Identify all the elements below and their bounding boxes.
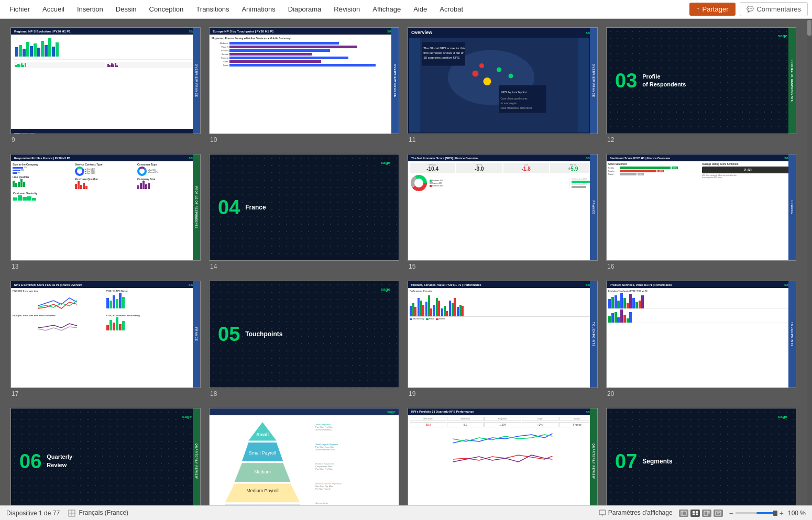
zoom-minus[interactable]: − bbox=[729, 509, 733, 517]
reading-view-icon[interactable] bbox=[714, 510, 723, 517]
slide13-title: Respondent Profiles France | FY20 H1 P1 bbox=[14, 157, 71, 160]
slide-item-23[interactable]: KPI's Portfolio 1 | Quarterly NPS Perfor… bbox=[408, 408, 598, 505]
svg-rect-37 bbox=[693, 511, 695, 513]
slide-item-11[interactable]: Overview sage bbox=[408, 27, 598, 143]
statusbar-right: Paramètres d'affichage − bbox=[599, 509, 806, 517]
slide-thumb-15[interactable]: The Net Promoter Score (NPS) | France Ov… bbox=[408, 154, 598, 261]
slide-thumb-18[interactable]: 05 Touchpoints sage bbox=[209, 281, 399, 388]
language-icon bbox=[68, 510, 75, 517]
slide-thumb-19[interactable]: Product, Services, Value FY20 H1 P1 | Pe… bbox=[408, 281, 598, 388]
slide-item-10[interactable]: Europe NP S by Touchpoint | FY20 H1 P1 s… bbox=[209, 27, 399, 143]
slide-thumb-21[interactable]: 06 QuarterlyReview sage QUARTERLY REVIEW bbox=[10, 408, 201, 505]
menu-aide[interactable]: Aide bbox=[408, 3, 432, 15]
slide-thumb-10[interactable]: Europe NP S by Touchpoint | FY20 H1 P1 s… bbox=[209, 27, 399, 134]
slide24-number: 07 bbox=[615, 451, 637, 471]
slides-panel[interactable]: Regional NP S Evolution | FY20 H1 P1 sag… bbox=[0, 19, 807, 505]
slide-item-15[interactable]: The Net Promoter Score (NPS) | France Ov… bbox=[408, 154, 598, 270]
slide-item-13[interactable]: Respondent Profiles France | FY20 H1 P1 … bbox=[10, 154, 201, 270]
slide19-title: Product, Services, Value FY20 H1 P1 | Pe… bbox=[411, 283, 481, 286]
slide-item-16[interactable]: Sentiment Score FY20 H1 | France Overvie… bbox=[606, 154, 796, 270]
slide10-number: 10 bbox=[209, 136, 217, 143]
slide-thumb-11[interactable]: Overview sage bbox=[408, 27, 598, 134]
menu-insertion[interactable]: Insertion bbox=[72, 3, 108, 15]
slide-thumb-13[interactable]: Respondent Profiles France | FY20 H1 P1 … bbox=[10, 154, 201, 261]
slide22-logo: sage bbox=[387, 410, 396, 414]
zoom-control[interactable]: − + 100 % bbox=[729, 509, 806, 517]
svg-text:Case of use: good scores: Case of use: good scores bbox=[501, 97, 528, 100]
svg-text:Small: Small bbox=[256, 432, 269, 437]
slide23-chart1 bbox=[410, 428, 596, 447]
slide15-number: 15 bbox=[408, 263, 415, 270]
scrollbar-thumb[interactable] bbox=[807, 20, 811, 36]
zoom-level: 100 % bbox=[788, 510, 806, 517]
slide11-title: Overview bbox=[411, 30, 432, 35]
slide-thumb-12[interactable]: 03 Profileof Respondents sage PROFILE OF… bbox=[606, 27, 796, 134]
slide-item-14[interactable]: 04 France sage 14 bbox=[209, 154, 399, 270]
slide-item-21[interactable]: 06 QuarterlyReview sage QUARTERLY REVIEW bbox=[10, 408, 201, 505]
display-settings[interactable]: Paramètres d'affichage bbox=[599, 509, 672, 517]
comments-button[interactable]: 💬 Commentaires bbox=[740, 2, 808, 16]
slide10-subtitle: Moyenne | France Survey ■ Médias Service… bbox=[212, 37, 397, 40]
slide-info: Diapositive 1 de 77 bbox=[6, 510, 60, 517]
slide-thumb-20[interactable]: Product, Services, Value H1 P1 | Perform… bbox=[606, 281, 796, 388]
slide24-logo: sage bbox=[778, 411, 787, 420]
slide11-map: The Global NPS score for this first seme… bbox=[409, 38, 589, 132]
slide12-section-tag: PROFILE OF RESPONDENTS bbox=[788, 28, 796, 134]
menu-acrobat[interactable]: Acrobat bbox=[434, 3, 468, 15]
slide-thumb-14[interactable]: 04 France sage bbox=[209, 154, 399, 261]
slide-item-17[interactable]: NP S & Sentiment Score FY20 H1 P1 | Fran… bbox=[10, 281, 201, 397]
grid-view-icon[interactable] bbox=[690, 510, 700, 517]
slide-thumb-9[interactable]: Regional NP S Evolution | FY20 H1 P1 sag… bbox=[10, 27, 201, 134]
menu-transitions[interactable]: Transitions bbox=[191, 3, 234, 15]
slide14-label: France bbox=[245, 204, 266, 211]
zoom-plus[interactable]: + bbox=[780, 509, 784, 517]
slide12-number-label: 12 bbox=[606, 136, 614, 143]
slide-thumb-17[interactable]: NP S & Sentiment Score FY20 H1 P1 | Fran… bbox=[10, 281, 201, 388]
slide-item-18[interactable]: 05 Touchpoints sage 18 bbox=[209, 281, 399, 397]
menu-diaporama[interactable]: Diaporama bbox=[283, 3, 327, 15]
svg-rect-38 bbox=[696, 511, 698, 513]
share-button[interactable]: ↑ Partager bbox=[689, 3, 736, 16]
zoom-slider[interactable] bbox=[736, 512, 777, 514]
svg-text:first semester shows 3 out of: first semester shows 3 out of bbox=[423, 51, 464, 54]
slide14-logo: sage bbox=[381, 157, 390, 166]
menu-dessin[interactable]: Dessin bbox=[111, 3, 142, 15]
slide-thumb-22[interactable]: sage Small Small Payroll bbox=[209, 408, 399, 505]
slide16-section-tag: FRANCE bbox=[788, 154, 796, 260]
svg-rect-40 bbox=[696, 513, 698, 515]
slide-thumb-23[interactable]: KPI's Portfolio 1 | Quarterly NPS Perfor… bbox=[408, 408, 598, 505]
slide24-label: Segments bbox=[642, 458, 672, 465]
scrollbar-track[interactable] bbox=[807, 19, 812, 505]
slide11-number: 11 bbox=[408, 136, 415, 143]
slide12-number: 03 bbox=[615, 71, 637, 91]
normal-view-icon[interactable] bbox=[679, 510, 688, 517]
slide17-section-tag: FRANCE bbox=[193, 281, 200, 387]
menu-accueil[interactable]: Accueil bbox=[37, 3, 70, 15]
svg-text:15 countries positive NPS.: 15 countries positive NPS. bbox=[423, 56, 460, 59]
statusbar: Diapositive 1 de 77 Français (France) Pa… bbox=[0, 505, 812, 520]
slide-thumb-24[interactable]: 07 Segments sage bbox=[606, 408, 796, 505]
main-area: Regional NP S Evolution | FY20 H1 P1 sag… bbox=[0, 19, 812, 505]
slides-grid: Regional NP S Evolution | FY20 H1 P1 sag… bbox=[10, 27, 796, 505]
slide-thumb-16[interactable]: Sentiment Score FY20 H1 | France Overvie… bbox=[606, 154, 796, 261]
slide-item-12[interactable]: 03 Profileof Respondents sage PROFILE OF… bbox=[606, 27, 796, 143]
menu-revision[interactable]: Révision bbox=[328, 3, 365, 15]
slide-item-22[interactable]: sage Small Small Payroll bbox=[209, 408, 399, 505]
menu-fichier[interactable]: Fichier bbox=[4, 3, 35, 15]
slide-item-9[interactable]: Regional NP S Evolution | FY20 H1 P1 sag… bbox=[10, 27, 201, 143]
slide13-section-tag: PROFILE OF RESPONDENTS bbox=[193, 154, 200, 260]
menu-affichage[interactable]: Affichage bbox=[367, 3, 406, 15]
slide-item-24[interactable]: 07 Segments sage 24 bbox=[606, 408, 796, 505]
slide17-title: NP S & Sentiment Score FY20 H1 P1 | Fran… bbox=[14, 283, 82, 286]
menu-animations[interactable]: Animations bbox=[236, 3, 280, 15]
slide23-title: KPI's Portfolio 1 | Quarterly NPS Perfor… bbox=[411, 410, 474, 413]
svg-rect-43 bbox=[716, 511, 721, 515]
slide-item-19[interactable]: Product, Services, Value FY20 H1 P1 | Pe… bbox=[408, 281, 598, 397]
svg-text:Medium Payroll: Medium Payroll bbox=[246, 488, 278, 493]
slide16-title: Sentiment Score FY20 H1 | France Overvie… bbox=[610, 157, 670, 160]
slide12-label: Profileof Respondents bbox=[642, 73, 686, 89]
slide-item-20[interactable]: Product, Services, Value H1 P1 | Perform… bbox=[606, 281, 796, 397]
presenter-view-icon[interactable] bbox=[702, 510, 711, 517]
svg-text:NPS by touchpoint: NPS by touchpoint bbox=[501, 91, 527, 94]
menu-conception[interactable]: Conception bbox=[144, 3, 189, 15]
